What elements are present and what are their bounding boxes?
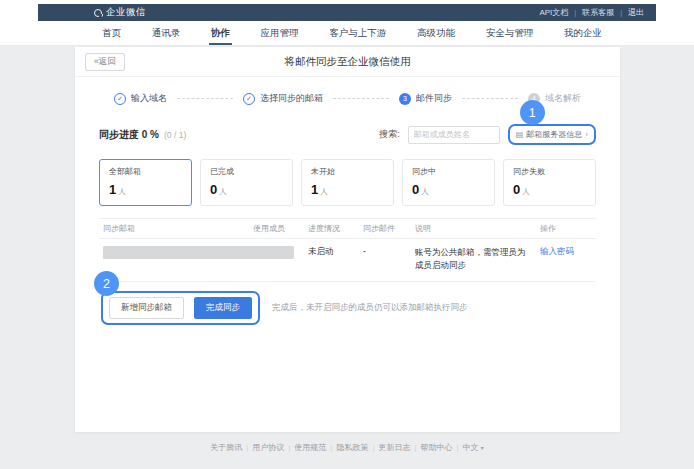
stat-value: 1	[311, 182, 318, 197]
stat-card-syncing[interactable]: 同步中 0人	[402, 159, 495, 206]
col-action: 操作	[536, 219, 596, 239]
separator: |	[620, 9, 622, 16]
contact-support-link[interactable]: 联系客服	[582, 7, 614, 18]
separator: |	[574, 9, 576, 16]
step-number-icon: 3	[399, 93, 411, 105]
mailbox-table: 同步邮箱 使用成员 进度情况 同步邮件 说明 操作 未启动 - 账号为公共邮箱，…	[99, 218, 596, 282]
actions-hint: 完成后，未开启同步的成员仍可以添加邮箱执行同步	[272, 302, 468, 314]
nav-item-app-management[interactable]: 应用管理	[259, 21, 301, 45]
stat-card-all-mailboxes[interactable]: 全部邮箱 1人	[99, 159, 192, 206]
separator: |	[330, 443, 332, 452]
logout-link[interactable]: 退出	[628, 7, 644, 18]
stat-label: 同步失败	[513, 166, 586, 177]
mail-sync-panel: «返回 将邮件同步至企业微信使用 ✓ 输入域名 ✓ 选择同步的邮箱 3 邮件同步…	[75, 47, 620, 432]
search-input[interactable]	[408, 126, 500, 144]
step-check-icon: ✓	[114, 93, 126, 105]
nav-item-home[interactable]: 首页	[100, 21, 123, 45]
stat-card-completed[interactable]: 已完成 0人	[200, 159, 293, 206]
step-enter-domain: ✓ 输入域名	[114, 92, 167, 105]
col-note: 说明	[411, 219, 536, 239]
row-progress-status: 未启动	[304, 239, 359, 282]
nav-item-advanced[interactable]: 高级功能	[415, 21, 457, 45]
nav-item-customers[interactable]: 客户与上下游	[327, 21, 388, 45]
main-nav: 首页 通讯录 协作 应用管理 客户与上下游 高级功能 安全与管理 我的企业	[0, 21, 694, 46]
stat-card-sync-failed[interactable]: 同步失败 0人	[503, 159, 596, 206]
annotation-box-1: 1 ▤ 邮箱服务器信息 ›	[508, 124, 596, 145]
col-synced-mail: 同步邮件	[359, 219, 411, 239]
step-connector	[177, 98, 233, 99]
stat-label: 已完成	[210, 166, 283, 177]
col-progress: 进度情况	[304, 219, 359, 239]
step-mail-sync: 3 邮件同步	[399, 92, 452, 105]
col-sync-mailbox: 同步邮箱	[99, 219, 249, 239]
separator: |	[457, 443, 459, 452]
add-sync-mailbox-button[interactable]: 新增同步邮箱	[109, 297, 184, 319]
stat-card-not-started[interactable]: 未开始 1人	[301, 159, 394, 206]
annotation-badge-2: 2	[94, 271, 119, 296]
step-select-mailboxes: ✓ 选择同步的邮箱	[243, 92, 323, 105]
search-label: 搜索:	[379, 128, 400, 141]
sync-progress-count: (0 / 1)	[164, 130, 186, 140]
wework-logo-icon	[94, 9, 102, 17]
footer-link-privacy[interactable]: 隐私政策	[336, 443, 368, 452]
caret-down-icon: ▾	[481, 445, 484, 451]
enter-password-link[interactable]: 输入密码	[540, 246, 574, 256]
language-label: 中文	[463, 443, 479, 452]
step-label: 选择同步的邮箱	[260, 92, 323, 105]
row-synced-mail: -	[359, 239, 411, 282]
nav-item-security[interactable]: 安全与管理	[484, 21, 536, 45]
page-title: 将邮件同步至企业微信使用	[75, 47, 620, 77]
stat-unit: 人	[320, 187, 328, 196]
stat-value: 0	[513, 182, 520, 197]
step-connector	[462, 98, 518, 99]
footer-link-user-agreement[interactable]: 用户协议	[252, 443, 284, 452]
step-check-icon: ✓	[243, 93, 255, 105]
finish-sync-button[interactable]: 完成同步	[194, 297, 252, 319]
wework-logo: 企业微信	[94, 6, 146, 19]
nav-item-my-company[interactable]: 我的企业	[562, 21, 604, 45]
col-member: 使用成员	[249, 219, 304, 239]
panel-title-bar: «返回 将邮件同步至企业微信使用	[75, 47, 620, 77]
mail-server-info-button[interactable]: ▤ 邮箱服务器信息 ›	[516, 129, 588, 140]
footer-link-changelog[interactable]: 更新日志	[378, 443, 410, 452]
step-label: 输入域名	[131, 92, 167, 105]
stats-row: 全部邮箱 1人 已完成 0人 未开始 1人 同步中 0人 同步失败 0人	[99, 159, 596, 206]
nav-item-contacts[interactable]: 通讯录	[150, 21, 183, 45]
table-row: 未启动 - 账号为公共邮箱，需管理员为成员启动同步 输入密码	[99, 239, 596, 282]
language-selector[interactable]: 中文 ▾	[463, 443, 484, 452]
separator: |	[372, 443, 374, 452]
chevron-right-icon: ›	[585, 130, 588, 139]
footer-link-usage-rules[interactable]: 使用规范	[294, 443, 326, 452]
step-label: 邮件同步	[416, 92, 452, 105]
redacted-mailbox-block	[103, 246, 294, 259]
separator: |	[246, 443, 248, 452]
row-note: 账号为公共邮箱，需管理员为成员启动同步	[411, 239, 536, 282]
annotation-box-2: 2 新增同步邮箱 完成同步	[101, 291, 260, 325]
step-connector	[333, 98, 389, 99]
stat-unit: 人	[421, 187, 429, 196]
nav-item-collaboration[interactable]: 协作	[209, 21, 232, 45]
annotation-badge-1: 1	[520, 100, 545, 125]
stat-label: 同步中	[412, 166, 485, 177]
topbar-links: API文档 | 联系客服 | 退出	[539, 7, 644, 18]
stat-value: 1	[109, 182, 116, 197]
stat-unit: 人	[219, 187, 227, 196]
mail-server-info-label: 邮箱服务器信息	[526, 129, 582, 140]
actions-row: 2 新增同步邮箱 完成同步 完成后，未开启同步的成员仍可以添加邮箱执行同步	[101, 291, 596, 325]
step-label: 域名解析	[545, 92, 581, 105]
api-docs-link[interactable]: API文档	[539, 7, 568, 18]
wework-logo-text: 企业微信	[106, 6, 146, 19]
footer-link-about[interactable]: 关于腾讯	[210, 443, 242, 452]
stat-unit: 人	[522, 187, 530, 196]
progress-row: 同步进度 0 % (0 / 1) 搜索: 1 ▤ 邮箱服务器信息 ›	[99, 124, 596, 145]
server-icon: ▤	[516, 131, 524, 139]
topbar: 企业微信 API文档 | 联系客服 | 退出	[38, 4, 656, 21]
separator: |	[288, 443, 290, 452]
stat-value: 0	[412, 182, 419, 197]
table-header-row: 同步邮箱 使用成员 进度情况 同步邮件 说明 操作	[99, 219, 596, 239]
sync-progress-label: 同步进度 0 %	[99, 128, 159, 142]
footer-link-help-center[interactable]: 帮助中心	[421, 443, 453, 452]
footer: 关于腾讯|用户协议|使用规范|隐私政策|更新日志|帮助中心|中文 ▾	[0, 442, 694, 453]
stat-label: 全部邮箱	[109, 166, 182, 177]
separator: |	[414, 443, 416, 452]
